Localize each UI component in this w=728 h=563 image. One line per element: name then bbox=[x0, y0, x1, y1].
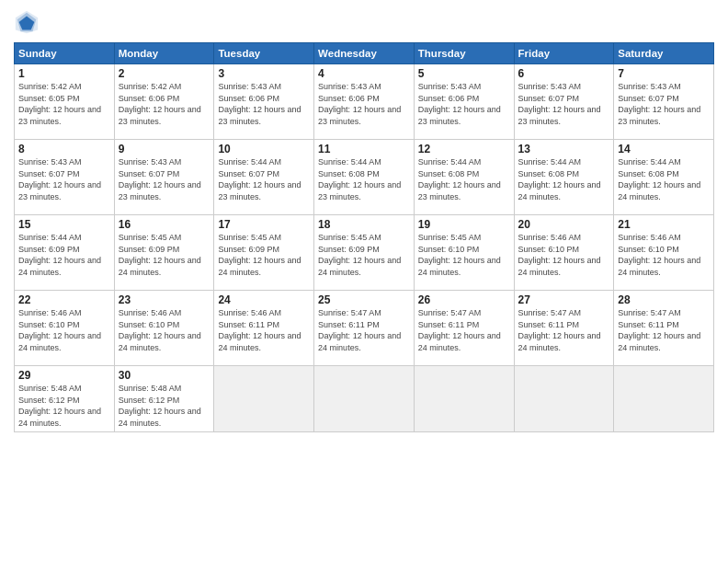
day-number: 20 bbox=[518, 218, 610, 231]
logo bbox=[14, 9, 41, 35]
calendar-day-cell: 30 Sunrise: 5:48 AMSunset: 6:12 PMDaylig… bbox=[114, 366, 214, 432]
day-number: 6 bbox=[518, 67, 610, 80]
day-number: 15 bbox=[18, 218, 110, 231]
day-info: Sunrise: 5:43 AMSunset: 6:06 PMDaylight:… bbox=[318, 82, 401, 126]
calendar-day-cell bbox=[314, 366, 415, 432]
calendar-day-cell: 24 Sunrise: 5:46 AMSunset: 6:11 PMDaylig… bbox=[214, 291, 314, 366]
day-info: Sunrise: 5:46 AMSunset: 6:10 PMDaylight:… bbox=[618, 233, 700, 277]
day-info: Sunrise: 5:43 AMSunset: 6:07 PMDaylight:… bbox=[518, 82, 601, 126]
calendar-day-cell: 5 Sunrise: 5:43 AMSunset: 6:06 PMDayligh… bbox=[414, 64, 514, 140]
day-number: 29 bbox=[18, 369, 110, 382]
day-number: 2 bbox=[119, 67, 210, 80]
day-number: 27 bbox=[518, 293, 610, 306]
calendar-day-cell: 14 Sunrise: 5:44 AMSunset: 6:08 PMDaylig… bbox=[614, 140, 714, 215]
calendar-day-cell: 4 Sunrise: 5:43 AMSunset: 6:06 PMDayligh… bbox=[314, 64, 415, 140]
calendar-header-cell: Thursday bbox=[414, 43, 514, 64]
day-number: 23 bbox=[119, 293, 210, 306]
day-info: Sunrise: 5:43 AMSunset: 6:07 PMDaylight:… bbox=[18, 157, 101, 201]
calendar-body: 1 Sunrise: 5:42 AMSunset: 6:05 PMDayligh… bbox=[15, 64, 714, 432]
day-info: Sunrise: 5:43 AMSunset: 6:06 PMDaylight:… bbox=[218, 82, 301, 126]
day-number: 28 bbox=[618, 293, 710, 306]
header bbox=[14, 9, 714, 35]
day-info: Sunrise: 5:44 AMSunset: 6:08 PMDaylight:… bbox=[418, 157, 501, 201]
calendar-header-cell: Friday bbox=[514, 43, 614, 64]
calendar-day-cell: 9 Sunrise: 5:43 AMSunset: 6:07 PMDayligh… bbox=[114, 140, 214, 215]
day-number: 9 bbox=[119, 143, 210, 155]
day-number: 11 bbox=[318, 143, 410, 155]
day-info: Sunrise: 5:47 AMSunset: 6:11 PMDaylight:… bbox=[318, 308, 401, 352]
day-number: 17 bbox=[218, 218, 310, 231]
day-info: Sunrise: 5:45 AMSunset: 6:09 PMDaylight:… bbox=[318, 233, 401, 277]
calendar-day-cell: 12 Sunrise: 5:44 AMSunset: 6:08 PMDaylig… bbox=[414, 140, 514, 215]
day-number: 26 bbox=[418, 293, 510, 306]
logo-icon bbox=[14, 9, 40, 35]
calendar-day-cell: 22 Sunrise: 5:46 AMSunset: 6:10 PMDaylig… bbox=[15, 291, 115, 366]
day-info: Sunrise: 5:46 AMSunset: 6:10 PMDaylight:… bbox=[119, 308, 201, 352]
day-info: Sunrise: 5:48 AMSunset: 6:12 PMDaylight:… bbox=[18, 384, 101, 428]
calendar-header-cell: Wednesday bbox=[314, 43, 415, 64]
day-number: 3 bbox=[218, 67, 310, 80]
calendar-day-cell: 16 Sunrise: 5:45 AMSunset: 6:09 PMDaylig… bbox=[114, 215, 214, 291]
day-info: Sunrise: 5:43 AMSunset: 6:07 PMDaylight:… bbox=[119, 157, 201, 201]
calendar-day-cell: 29 Sunrise: 5:48 AMSunset: 6:12 PMDaylig… bbox=[15, 366, 115, 432]
calendar-day-cell bbox=[514, 366, 614, 432]
day-info: Sunrise: 5:45 AMSunset: 6:09 PMDaylight:… bbox=[119, 233, 201, 277]
day-number: 14 bbox=[618, 143, 710, 155]
calendar-header-cell: Sunday bbox=[15, 43, 115, 64]
day-info: Sunrise: 5:42 AMSunset: 6:06 PMDaylight:… bbox=[119, 82, 201, 126]
calendar-day-cell: 1 Sunrise: 5:42 AMSunset: 6:05 PMDayligh… bbox=[15, 64, 115, 140]
calendar-week-row: 8 Sunrise: 5:43 AMSunset: 6:07 PMDayligh… bbox=[15, 140, 714, 215]
calendar-day-cell: 6 Sunrise: 5:43 AMSunset: 6:07 PMDayligh… bbox=[514, 64, 614, 140]
day-info: Sunrise: 5:44 AMSunset: 6:08 PMDaylight:… bbox=[618, 157, 700, 201]
calendar-day-cell: 26 Sunrise: 5:47 AMSunset: 6:11 PMDaylig… bbox=[414, 291, 514, 366]
calendar-day-cell: 3 Sunrise: 5:43 AMSunset: 6:06 PMDayligh… bbox=[214, 64, 314, 140]
day-info: Sunrise: 5:45 AMSunset: 6:10 PMDaylight:… bbox=[418, 233, 501, 277]
day-number: 16 bbox=[119, 218, 210, 231]
calendar-header-cell: Saturday bbox=[614, 43, 714, 64]
calendar-day-cell: 20 Sunrise: 5:46 AMSunset: 6:10 PMDaylig… bbox=[514, 215, 614, 291]
day-number: 4 bbox=[318, 67, 410, 80]
day-number: 8 bbox=[18, 143, 110, 155]
day-number: 25 bbox=[318, 293, 410, 306]
calendar-day-cell: 10 Sunrise: 5:44 AMSunset: 6:07 PMDaylig… bbox=[214, 140, 314, 215]
calendar-day-cell: 25 Sunrise: 5:47 AMSunset: 6:11 PMDaylig… bbox=[314, 291, 415, 366]
calendar-day-cell bbox=[614, 366, 714, 432]
calendar-day-cell: 18 Sunrise: 5:45 AMSunset: 6:09 PMDaylig… bbox=[314, 215, 415, 291]
calendar-header-cell: Monday bbox=[114, 43, 214, 64]
calendar-table: SundayMondayTuesdayWednesdayThursdayFrid… bbox=[14, 42, 714, 432]
day-info: Sunrise: 5:44 AMSunset: 6:08 PMDaylight:… bbox=[318, 157, 401, 201]
calendar-day-cell: 19 Sunrise: 5:45 AMSunset: 6:10 PMDaylig… bbox=[414, 215, 514, 291]
calendar-day-cell bbox=[414, 366, 514, 432]
calendar-day-cell: 28 Sunrise: 5:47 AMSunset: 6:11 PMDaylig… bbox=[614, 291, 714, 366]
day-info: Sunrise: 5:42 AMSunset: 6:05 PMDaylight:… bbox=[18, 82, 101, 126]
calendar-day-cell: 13 Sunrise: 5:44 AMSunset: 6:08 PMDaylig… bbox=[514, 140, 614, 215]
day-info: Sunrise: 5:48 AMSunset: 6:12 PMDaylight:… bbox=[119, 384, 201, 428]
day-info: Sunrise: 5:43 AMSunset: 6:07 PMDaylight:… bbox=[618, 82, 700, 126]
day-info: Sunrise: 5:46 AMSunset: 6:11 PMDaylight:… bbox=[218, 308, 301, 352]
day-number: 22 bbox=[18, 293, 110, 306]
calendar-day-cell: 23 Sunrise: 5:46 AMSunset: 6:10 PMDaylig… bbox=[114, 291, 214, 366]
day-info: Sunrise: 5:43 AMSunset: 6:06 PMDaylight:… bbox=[418, 82, 501, 126]
calendar-week-row: 1 Sunrise: 5:42 AMSunset: 6:05 PMDayligh… bbox=[15, 64, 714, 140]
calendar-day-cell: 15 Sunrise: 5:44 AMSunset: 6:09 PMDaylig… bbox=[15, 215, 115, 291]
calendar-day-cell: 2 Sunrise: 5:42 AMSunset: 6:06 PMDayligh… bbox=[114, 64, 214, 140]
calendar-week-row: 15 Sunrise: 5:44 AMSunset: 6:09 PMDaylig… bbox=[15, 215, 714, 291]
day-info: Sunrise: 5:47 AMSunset: 6:11 PMDaylight:… bbox=[518, 308, 601, 352]
calendar-header-row: SundayMondayTuesdayWednesdayThursdayFrid… bbox=[15, 43, 714, 64]
day-info: Sunrise: 5:44 AMSunset: 6:09 PMDaylight:… bbox=[18, 233, 101, 277]
calendar-day-cell: 11 Sunrise: 5:44 AMSunset: 6:08 PMDaylig… bbox=[314, 140, 415, 215]
day-info: Sunrise: 5:46 AMSunset: 6:10 PMDaylight:… bbox=[18, 308, 101, 352]
page: SundayMondayTuesdayWednesdayThursdayFrid… bbox=[0, 0, 728, 563]
day-info: Sunrise: 5:46 AMSunset: 6:10 PMDaylight:… bbox=[518, 233, 601, 277]
day-number: 30 bbox=[119, 369, 210, 382]
day-info: Sunrise: 5:47 AMSunset: 6:11 PMDaylight:… bbox=[418, 308, 501, 352]
day-info: Sunrise: 5:47 AMSunset: 6:11 PMDaylight:… bbox=[618, 308, 700, 352]
day-number: 12 bbox=[418, 143, 510, 155]
day-number: 24 bbox=[218, 293, 310, 306]
day-number: 18 bbox=[318, 218, 410, 231]
day-info: Sunrise: 5:45 AMSunset: 6:09 PMDaylight:… bbox=[218, 233, 301, 277]
day-number: 5 bbox=[418, 67, 510, 80]
calendar-day-cell: 8 Sunrise: 5:43 AMSunset: 6:07 PMDayligh… bbox=[15, 140, 115, 215]
day-number: 19 bbox=[418, 218, 510, 231]
day-info: Sunrise: 5:44 AMSunset: 6:07 PMDaylight:… bbox=[218, 157, 301, 201]
